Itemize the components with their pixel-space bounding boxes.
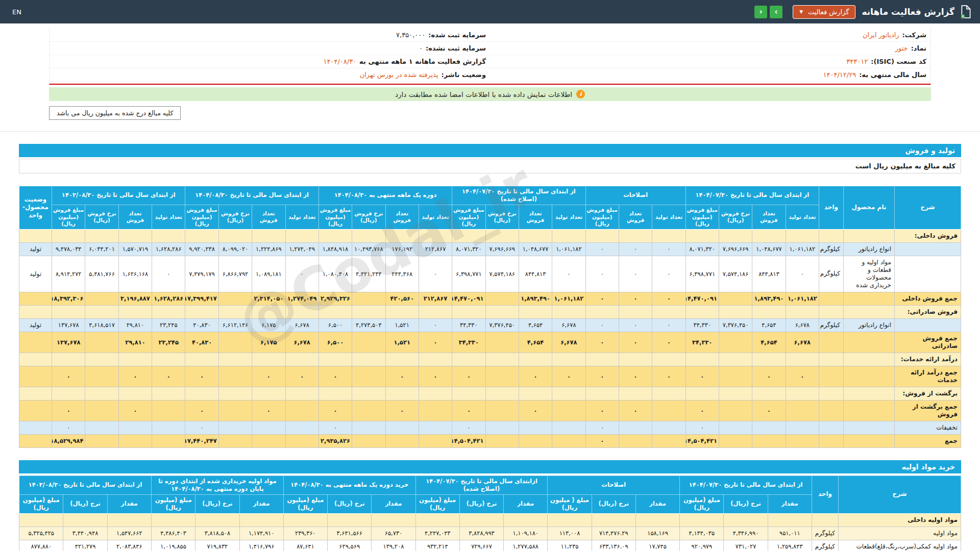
cell-value: ۰ xyxy=(152,256,185,292)
cell-value: ۱۱,۲۳۵ xyxy=(548,540,592,551)
cell-value: ۸۴۴,۸۱۳ xyxy=(752,256,786,292)
cell-value: ۱۷,۷۴۵ xyxy=(635,540,679,551)
row-label: کیلوگرم xyxy=(819,242,844,256)
cell-value: ۰ xyxy=(52,400,85,421)
cell-value: ۱۴,۴۷۰,۰۹۱ xyxy=(685,292,719,305)
cell-value: ۶,۳۹۸,۷۷۱ xyxy=(452,256,485,292)
cell-value: ۱۷,۳۹۹,۴۱۷ xyxy=(185,292,218,305)
cell-value: ۰ xyxy=(619,400,652,421)
cell-value: ۱۷۶,۱۹۲ xyxy=(385,242,419,256)
report-type-dropdown[interactable]: گزارش فعالیت ▼ xyxy=(793,5,855,19)
cell-value xyxy=(352,387,385,400)
cell-value: ۱,۵۲۱ xyxy=(385,318,419,332)
column-subheader: مبلغ فروش (میلیون ریال) xyxy=(452,205,485,229)
cell-value: ۶,۶۷۸ xyxy=(285,332,318,353)
cell-value xyxy=(283,513,327,527)
report-period-value: ۱۴۰۴/۰۸/۳۰ xyxy=(323,58,356,65)
cell-value xyxy=(19,513,63,527)
cell-value xyxy=(419,353,452,366)
prev-report-button[interactable]: ‹ xyxy=(754,6,767,18)
cell-value: ۶۳۳,۱۳۶.۰۹ xyxy=(592,540,635,551)
table-row: مواد اولیهکیلوگرم۹۵۱,۰۱۱۴,۳۴۶,۹۹۰۴,۱۳۴,۰… xyxy=(19,527,961,540)
product-status: تولید xyxy=(19,256,52,292)
column-subheader: نرخ (ریال) xyxy=(195,494,239,513)
cell-value xyxy=(85,305,118,318)
cell-value xyxy=(485,421,519,434)
cell-value: ۰ xyxy=(619,366,652,387)
cell-value xyxy=(752,305,786,318)
cell-value xyxy=(768,513,812,527)
cell-value xyxy=(719,434,752,447)
cell-value xyxy=(719,387,752,400)
cell-value: ۱۳۷,۶۷۸ xyxy=(52,332,85,353)
column-header: نام محصول xyxy=(844,186,895,230)
cell-value xyxy=(724,513,768,527)
cell-value: ۰ xyxy=(685,400,719,421)
row-desc: جمع برگشت از فروش xyxy=(895,400,961,421)
row-label xyxy=(844,421,895,434)
isic-value: ۳۴۳۰۱۲ xyxy=(846,58,868,65)
cell-value xyxy=(195,513,239,527)
cell-value: ۱۵۸,۱۶۹ xyxy=(635,527,679,540)
cell-value: ۲۳,۲۴۵ xyxy=(152,332,185,353)
cell-value: ۰ xyxy=(619,256,652,292)
cell-value xyxy=(685,305,719,318)
table-row: انواع رادیاتورکیلوگرم۶,۶۷۸۴,۶۵۴۷,۳۷۶,۴۵۰… xyxy=(19,318,961,332)
cell-value xyxy=(719,400,752,421)
column-subheader: مبلغ (میلیون ریال) xyxy=(19,494,63,513)
cell-value: ۶۵,۷۳۰ xyxy=(372,527,415,540)
cell-value: ۴,۴۲۱,۲۳۴ xyxy=(352,256,385,292)
cell-value: ۰ xyxy=(752,400,786,421)
table-row: جمع فروش داخلی۱,۰۶۱,۱۸۲۱,۸۹۳,۴۹۰۱۴,۴۷۰,۰… xyxy=(19,292,961,305)
cell-value: ۰ xyxy=(385,366,419,387)
column-subheader: تعداد فروش xyxy=(118,205,152,229)
column-subheader: نرخ (ریال) xyxy=(724,494,768,513)
row-desc: جمع فروش صادراتی xyxy=(895,332,961,353)
column-subheader: تعداد فروش xyxy=(519,205,552,229)
cell-value: ۴۰,۸۳۰ xyxy=(185,318,218,332)
report-document-icon[interactable] xyxy=(961,5,972,18)
product-status: تولید xyxy=(19,242,52,256)
table-row: مواد اولیه و قطعات و محصولات خریداری شده… xyxy=(19,256,961,292)
cell-value xyxy=(85,229,118,242)
cell-value: ۷,۴۷۹,۱۷۹ xyxy=(185,256,218,292)
row-label xyxy=(844,366,895,387)
cell-value xyxy=(118,353,152,366)
column-subheader: مقدار xyxy=(107,494,151,513)
column-header: واحد xyxy=(812,475,839,513)
cell-value: ۶,۳۹۸,۷۷۱ xyxy=(685,256,719,292)
cell-value xyxy=(218,305,252,318)
column-group-header: از ابتدای سال مالی تا تاریخ ۱۴۰۳/۰۸/۳۰ xyxy=(19,475,152,494)
cell-value xyxy=(585,229,619,242)
cell-value: ۸,۰۷۱,۳۲۰ xyxy=(685,242,719,256)
company-name-row: شرکت: رادیاتور ایران xyxy=(490,29,930,42)
language-toggle-en[interactable]: EN xyxy=(8,8,21,16)
next-report-button[interactable]: › xyxy=(770,6,782,18)
cell-value: ۱,۲۷۴,۰۴۹ xyxy=(285,292,318,305)
column-subheader: مقدار xyxy=(768,494,812,513)
column-subheader: مبلغ (میلیون ریال) xyxy=(415,494,459,513)
symbol-value[interactable]: ختور xyxy=(895,44,908,52)
cell-value xyxy=(786,400,819,421)
row-desc xyxy=(895,242,961,256)
column-subheader: تعداد فروش xyxy=(385,205,419,229)
cell-value: ۴,۲۷۳,۵۰۴ xyxy=(352,318,385,332)
cell-value: ۶,۶۷۸ xyxy=(285,318,318,332)
row-label xyxy=(819,421,844,434)
row-label xyxy=(819,434,844,447)
cell-value xyxy=(719,421,752,434)
cell-value xyxy=(372,513,415,527)
symbol-row: نماد: ختور xyxy=(490,42,930,55)
cell-value xyxy=(185,353,218,366)
cell-value xyxy=(585,353,619,366)
table-group-header-row: شرحنام محصولواحداز ابتدای سال مالی تا تا… xyxy=(19,186,961,205)
row-label: انواع رادیاتور xyxy=(844,318,895,332)
column-header: واحد xyxy=(819,186,844,230)
cell-value xyxy=(719,305,752,318)
cell-value: ۳,۱۹۶,۸۸۷ xyxy=(118,292,152,305)
cell-value: ۱۸,۵۲۹,۹۸۴ xyxy=(52,434,85,447)
company-name-value[interactable]: رادیاتور ایران xyxy=(863,31,899,39)
cell-value xyxy=(552,353,585,366)
cell-value xyxy=(652,421,685,434)
cell-value: ۳,۸۲۸,۹۹۳ xyxy=(459,527,503,540)
